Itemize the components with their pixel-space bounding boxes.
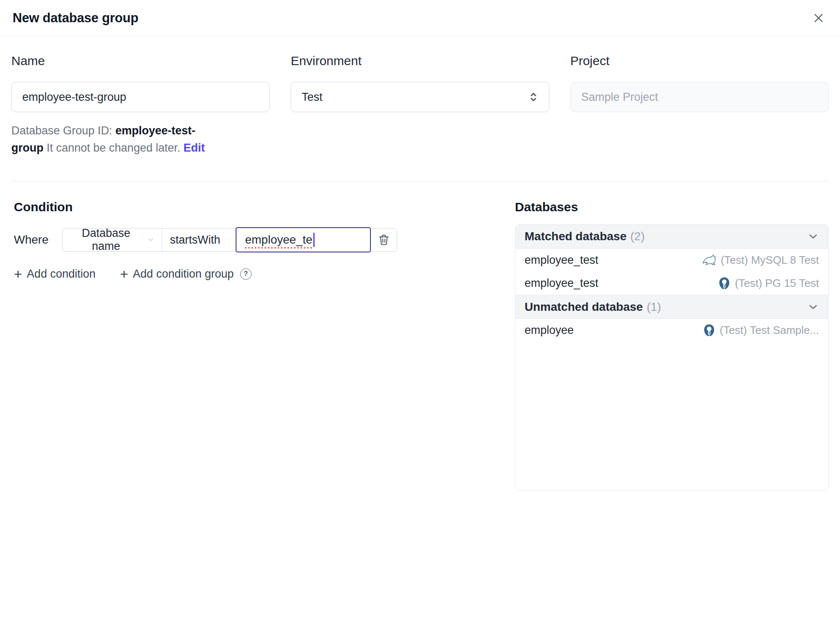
databases-section: Databases Matched database(2) employee_t… [515,200,829,491]
database-row: employee_test (Test) PG 15 Test [515,272,828,295]
chevron-down-icon [807,231,819,242]
section-divider [11,181,829,181]
matched-database-title: Matched database [525,230,627,243]
edit-link[interactable]: Edit [184,142,205,154]
condition-value-input[interactable]: employee_te [236,227,371,252]
name-label: Name [11,54,270,68]
database-row: employee (Test) Test Sample... [515,319,828,342]
form-row: Name Database Group ID: employee-test-gr… [11,54,829,157]
add-condition-label: Add condition [27,268,96,281]
condition-operator-value: startsWith [170,234,220,247]
dialog-header: New database group [0,0,840,36]
database-instance: (Test) MySQL 8 Test [702,253,819,268]
database-instance-label: (Test) Test Sample... [720,324,819,337]
database-instance: (Test) PG 15 Test [717,276,819,290]
condition-field-select[interactable]: Database name [63,228,162,251]
group-id-hint: Database Group ID: employee-test-group I… [11,122,223,157]
add-condition-group-button[interactable]: + Add condition group ? [120,267,251,281]
database-name: employee [525,324,574,337]
mysql-icon [702,253,717,268]
name-field-group: Name Database Group ID: employee-test-gr… [11,54,270,157]
unmatched-database-count: (1) [647,300,661,313]
project-select[interactable]: Sample Project [570,82,829,112]
project-label: Project [570,54,829,68]
database-instance: (Test) Test Sample... [702,323,819,337]
unmatched-database-title: Unmatched database [525,300,643,313]
chevron-down-icon [147,236,155,244]
databases-heading: Databases [515,200,829,214]
environment-field-group: Environment Test [291,54,549,157]
database-row: employee_test (Test) MySQL 8 Test [515,249,828,272]
lower-sections: Condition Where Database name startsWith [11,200,829,491]
trash-icon [378,234,390,246]
database-instance-label: (Test) MySQL 8 Test [721,254,819,267]
add-condition-group-label: Add condition group [133,268,234,281]
project-value: Sample Project [581,91,658,104]
chevron-down-icon [225,236,228,244]
plus-icon: + [120,267,128,281]
unmatched-database-header[interactable]: Unmatched database(1) [515,295,828,319]
condition-value-text: employee_te [245,233,312,247]
postgresql-icon [702,323,716,337]
condition-field-value: Database name [70,227,142,253]
panel-empty-space [515,342,828,490]
postgresql-icon [717,276,731,290]
environment-label: Environment [291,54,549,68]
close-button[interactable] [810,9,827,27]
condition-operator-select[interactable]: startsWith [162,228,236,251]
chevron-down-icon [807,301,819,313]
databases-panel: Matched database(2) employee_test (Te [515,224,829,491]
matched-database-count: (2) [630,230,645,243]
condition-section: Condition Where Database name startsWith [11,200,494,281]
database-instance-label: (Test) PG 15 Test [735,277,819,290]
plus-icon: + [14,267,22,281]
dialog-body: Name Database Group ID: employee-test-gr… [0,36,840,491]
help-icon[interactable]: ? [240,268,252,280]
hint-suffix: It cannot be changed later. [43,142,183,154]
name-input[interactable] [11,82,270,112]
condition-group: Database name startsWith e [62,228,397,252]
text-caret [313,233,315,247]
database-name: employee_test [525,277,598,290]
environment-value: Test [302,91,323,104]
project-field-group: Project Sample Project [570,54,829,157]
environment-select[interactable]: Test [291,82,549,112]
database-name: employee_test [525,254,598,267]
hint-prefix: Database Group ID: [11,124,116,137]
select-arrows-icon [527,91,540,103]
new-database-group-dialog: New database group Name Database Group I… [0,0,840,630]
matched-database-header[interactable]: Matched database(2) [515,225,828,249]
add-condition-button[interactable]: + Add condition [14,267,95,281]
condition-actions: + Add condition + Add condition group ? [14,267,494,281]
condition-heading: Condition [14,200,494,214]
where-label: Where [14,233,48,247]
delete-condition-button[interactable] [371,228,397,251]
dialog-title: New database group [13,10,139,26]
close-icon [811,11,826,25]
condition-row: Where Database name startsWith [14,228,494,252]
